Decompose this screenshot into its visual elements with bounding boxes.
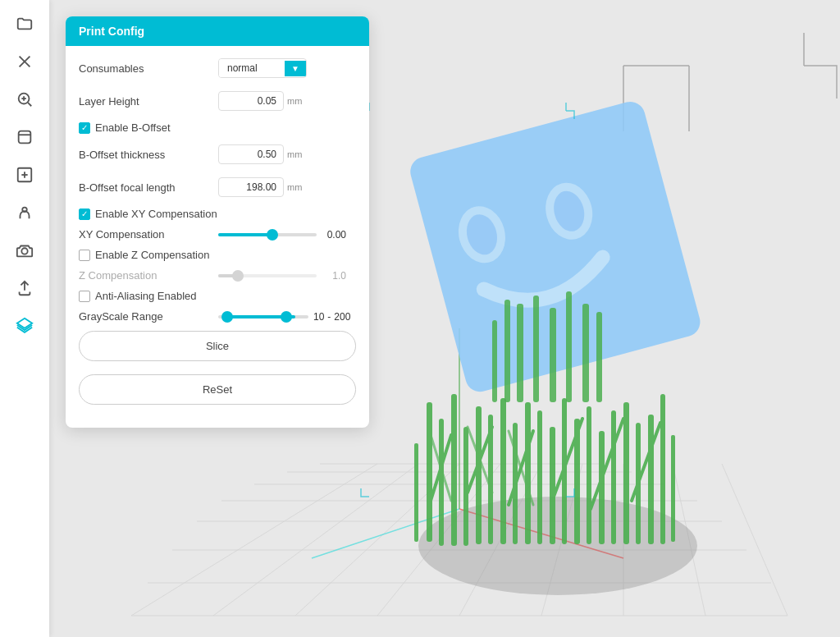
- anti-aliasing-row[interactable]: Anti-Aliasing Enabled: [79, 290, 356, 302]
- svg-rect-76: [533, 296, 539, 402]
- slice-button[interactable]: Slice: [79, 331, 356, 361]
- svg-rect-39: [427, 402, 432, 542]
- sidebar-item-zoom[interactable]: [9, 84, 40, 115]
- layer-height-input[interactable]: [218, 91, 284, 111]
- xy-compensation-slider-container: 0.00: [218, 229, 356, 241]
- z-compensation-thumb: [232, 270, 244, 282]
- sidebar-item-folder[interactable]: [9, 8, 40, 39]
- svg-rect-43: [476, 406, 482, 544]
- layer-height-label: Layer Height: [79, 95, 218, 108]
- svg-point-38: [418, 497, 697, 595]
- b-offset-focal-label: B-Offset focal length: [79, 181, 218, 194]
- svg-rect-48: [537, 410, 542, 544]
- svg-rect-60: [671, 435, 675, 542]
- enable-z-compensation-checkbox[interactable]: [79, 250, 90, 261]
- sidebar-item-add[interactable]: [9, 159, 40, 190]
- layer-height-row: Layer Height mm: [79, 89, 356, 113]
- svg-rect-42: [463, 427, 468, 546]
- svg-rect-58: [660, 394, 665, 544]
- svg-rect-54: [611, 410, 616, 544]
- dropdown-arrow-icon[interactable]: ▼: [285, 61, 306, 76]
- print-config-panel: Print Config Consumables normal ▼ Layer …: [66, 16, 369, 428]
- z-compensation-row: Z Compensation 1.0: [79, 269, 356, 282]
- b-offset-thickness-row: B-Offset thickness mm: [79, 142, 356, 167]
- consumables-row: Consumables normal ▼: [79, 56, 356, 80]
- xy-compensation-value: 0.00: [322, 229, 346, 241]
- z-compensation-label: Z Compensation: [79, 269, 218, 282]
- xy-compensation-label: XY Compensation: [79, 228, 218, 241]
- svg-rect-40: [439, 419, 444, 546]
- grayscale-max: 200: [334, 311, 350, 323]
- grayscale-range-slider-container: 10 - 200: [218, 311, 356, 323]
- enable-xy-compensation-label: Enable XY Compensation: [95, 208, 217, 220]
- panel-header: Print Config: [66, 16, 369, 46]
- enable-xy-compensation-checkbox[interactable]: [79, 209, 90, 220]
- layer-height-unit: mm: [287, 96, 307, 106]
- b-offset-thickness-unit: mm: [287, 149, 307, 159]
- grayscale-range-values: 10 - 200: [313, 311, 350, 323]
- layer-height-input-group: mm: [218, 91, 307, 111]
- z-compensation-slider-container: 1.0: [218, 270, 356, 282]
- consumables-label: Consumables: [79, 62, 218, 75]
- b-offset-thickness-input-group: mm: [218, 144, 307, 164]
- slice-button-row: Slice: [79, 331, 356, 368]
- b-offset-focal-unit: mm: [287, 182, 307, 192]
- consumables-dropdown[interactable]: normal ▼: [218, 58, 307, 78]
- z-compensation-value: 1.0: [322, 270, 346, 282]
- svg-rect-77: [550, 308, 556, 402]
- grayscale-range-thumb-min[interactable]: [221, 311, 233, 323]
- reset-button[interactable]: ReSet: [79, 374, 356, 405]
- z-compensation-track: [218, 274, 317, 277]
- sidebar-item-support[interactable]: [9, 197, 40, 228]
- svg-rect-82: [504, 300, 510, 402]
- sidebar-item-camera[interactable]: [9, 235, 40, 266]
- grayscale-separator: -: [327, 311, 331, 323]
- sidebar-item-shape[interactable]: [9, 121, 40, 153]
- sidebar-item-layers[interactable]: [9, 310, 40, 341]
- enable-b-offset-label: Enable B-Offset: [95, 121, 171, 134]
- svg-rect-49: [550, 427, 555, 544]
- svg-rect-78: [566, 291, 572, 402]
- sidebar-item-export[interactable]: [9, 273, 40, 304]
- svg-line-5: [28, 103, 31, 106]
- enable-z-compensation-row[interactable]: Enable Z Compensation: [79, 249, 356, 261]
- svg-rect-59: [414, 443, 418, 542]
- enable-b-offset-row[interactable]: Enable B-Offset: [79, 121, 356, 134]
- b-offset-focal-input[interactable]: [218, 177, 284, 197]
- consumables-value: normal: [219, 59, 285, 77]
- grayscale-range-thumb-max[interactable]: [281, 311, 292, 323]
- svg-rect-80: [596, 312, 602, 402]
- reset-button-row: ReSet: [79, 374, 356, 411]
- xy-compensation-track[interactable]: [218, 233, 317, 236]
- svg-point-12: [21, 248, 27, 254]
- enable-b-offset-checkbox[interactable]: [79, 122, 90, 134]
- sidebar-item-transform[interactable]: [9, 46, 40, 77]
- grayscale-min: 10: [313, 311, 324, 323]
- viewport: Print Config Consumables normal ▼ Layer …: [49, 0, 840, 637]
- xy-compensation-thumb[interactable]: [267, 229, 278, 241]
- svg-rect-57: [648, 415, 654, 544]
- svg-rect-81: [492, 320, 497, 402]
- svg-rect-79: [582, 304, 589, 402]
- anti-aliasing-checkbox[interactable]: [79, 291, 90, 302]
- grayscale-range-track[interactable]: [218, 315, 308, 318]
- grayscale-range-label: GrayScale Range: [79, 310, 218, 323]
- enable-xy-compensation-row[interactable]: Enable XY Compensation: [79, 208, 356, 220]
- svg-rect-41: [451, 394, 457, 546]
- svg-rect-52: [587, 406, 591, 544]
- b-offset-focal-row: B-Offset focal length mm: [79, 175, 356, 199]
- svg-rect-45: [500, 398, 506, 544]
- svg-rect-75: [517, 304, 523, 402]
- panel-title: Print Config: [79, 25, 144, 38]
- svg-rect-6: [19, 131, 31, 144]
- b-offset-thickness-label: B-Offset thickness: [79, 149, 218, 161]
- b-offset-focal-input-group: mm: [218, 177, 307, 197]
- grayscale-range-row: GrayScale Range 10 - 200: [79, 310, 356, 323]
- sidebar: [0, 0, 49, 637]
- svg-rect-47: [525, 402, 531, 544]
- b-offset-thickness-input[interactable]: [218, 144, 284, 164]
- anti-aliasing-label: Anti-Aliasing Enabled: [95, 290, 197, 302]
- enable-z-compensation-label: Enable Z Compensation: [95, 249, 209, 261]
- xy-compensation-row: XY Compensation 0.00: [79, 228, 356, 241]
- xy-compensation-fill: [218, 233, 272, 236]
